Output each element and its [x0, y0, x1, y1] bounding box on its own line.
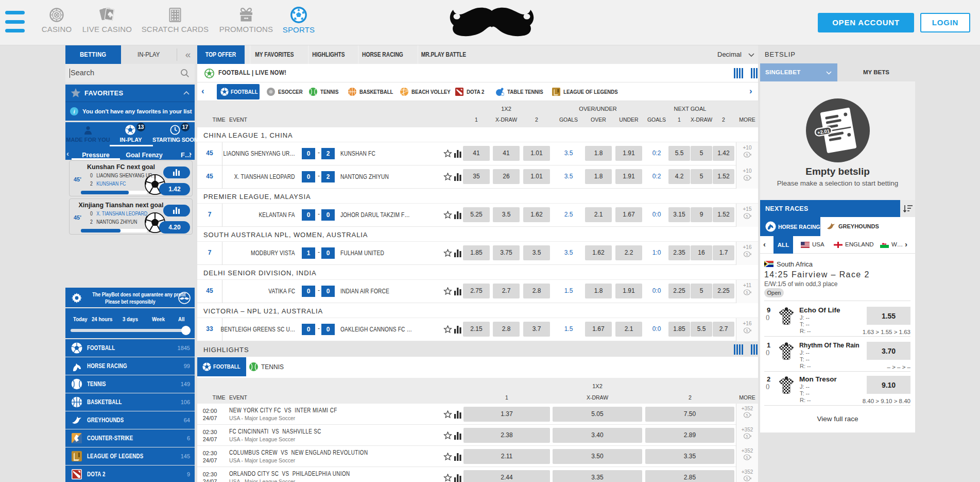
- svg-text:5: 5: [746, 329, 748, 333]
- svg-text:5: 5: [746, 413, 748, 417]
- svg-text:5: 5: [746, 253, 748, 256]
- svg-text:5: 5: [746, 477, 748, 480]
- svg-text:5: 5: [746, 456, 748, 459]
- svg-text:5: 5: [746, 176, 748, 180]
- svg-text:5: 5: [746, 153, 748, 157]
- svg-text:5: 5: [746, 435, 748, 438]
- svg-text:5: 5: [746, 291, 748, 294]
- svg-text:5: 5: [746, 214, 748, 218]
